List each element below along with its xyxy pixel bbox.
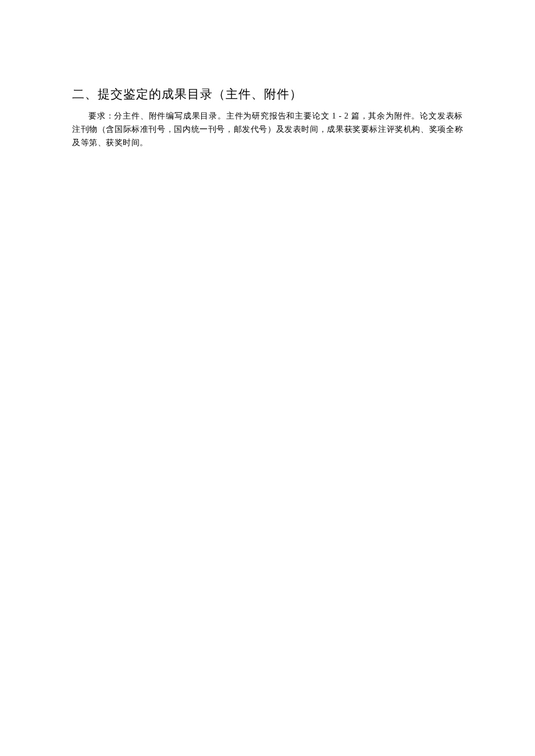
section-body-text: 要求：分主件、附件编写成果目录。主件为研究报告和主要论文 1 - 2 篇，其余为… [72,109,463,149]
section-heading: 二、提交鉴定的成果目录（主件、附件） [72,86,463,102]
